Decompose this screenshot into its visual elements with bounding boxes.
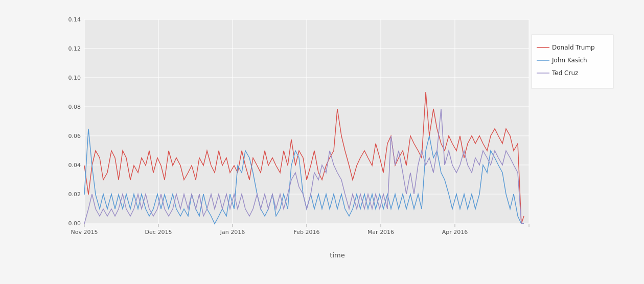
y-tick-label: 0.10 — [68, 75, 81, 81]
y-tick-label: 0.06 — [68, 133, 81, 139]
chart-container: 0.14 0.12 0.10 0.08 0.06 0.04 0.02 0.00 … — [10, 9, 634, 275]
main-chart-svg: 0.14 0.12 0.10 0.08 0.06 0.04 0.02 0.00 … — [56, 14, 618, 249]
chart-area: 0.14 0.12 0.10 0.08 0.06 0.04 0.02 0.00 … — [56, 14, 618, 249]
legend-kasich-label: John Kasich — [551, 57, 587, 64]
x-tick-label: Jan 2016 — [220, 229, 245, 235]
y-tick-label: 0.00 — [68, 220, 81, 227]
x-tick-label: Dec 2015 — [145, 229, 172, 235]
x-tick-label: Apr 2016 — [442, 229, 468, 235]
x-axis-label: time — [330, 251, 344, 259]
x-tick-label: Nov 2015 — [71, 229, 98, 235]
legend-trump-label: Donald Trump — [552, 44, 595, 51]
y-tick-label: 0.14 — [68, 16, 81, 23]
y-tick-label: 0.02 — [68, 191, 81, 198]
legend-cruz-label: Ted Cruz — [551, 69, 578, 77]
y-tick-label: 0.04 — [68, 162, 81, 169]
y-tick-label: 0.12 — [68, 45, 81, 52]
x-tick-label: Mar 2016 — [367, 229, 394, 235]
y-tick-label: 0.08 — [68, 104, 81, 110]
x-tick-label: Feb 2016 — [294, 229, 320, 235]
